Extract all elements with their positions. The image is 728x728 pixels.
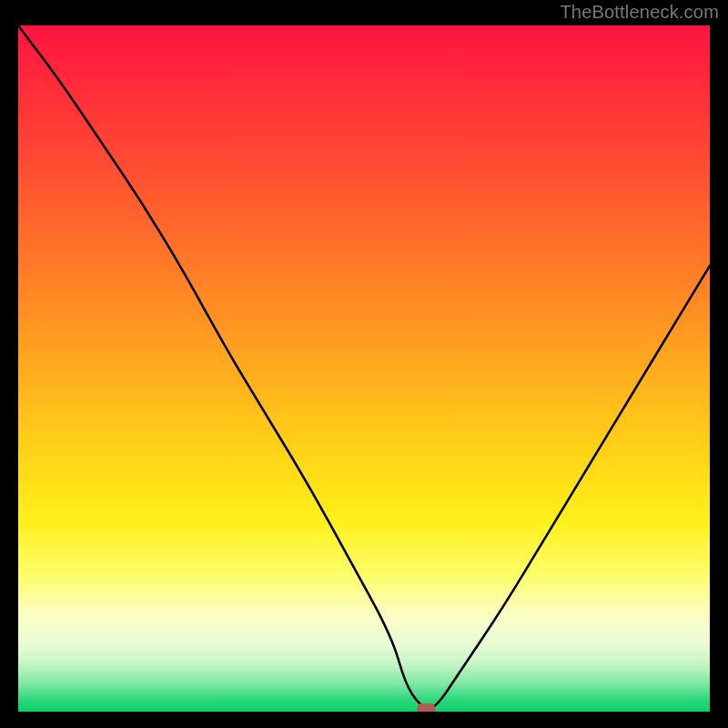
chart-frame: TheBottleneck.com [0,0,728,728]
bottleneck-curve [18,25,710,709]
plot-area [18,25,710,712]
watermark-text: TheBottleneck.com [560,2,719,23]
minimum-marker [417,703,435,712]
curve-layer [18,25,710,712]
